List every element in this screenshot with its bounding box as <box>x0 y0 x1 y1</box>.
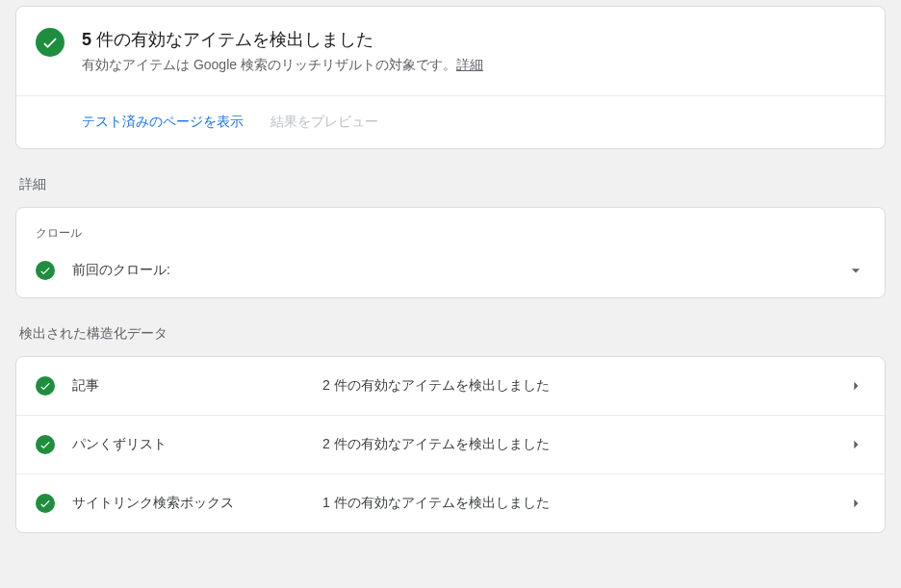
item-name: パンくずリスト <box>72 436 322 453</box>
summary-subtitle: 有効なアイテムは Google 検索のリッチリザルトの対象です。詳細 <box>82 57 865 74</box>
summary-card: 5 件の有効なアイテムを検出しました 有効なアイテムは Google 検索のリッ… <box>15 6 886 149</box>
check-icon <box>36 494 55 513</box>
preview-results-disabled: 結果をプレビュー <box>270 114 378 131</box>
chevron-down-icon <box>846 261 865 280</box>
crawl-section-label: クロール <box>36 225 865 242</box>
item-status: 1 件の有効なアイテムを検出しました <box>322 495 846 512</box>
structured-data-row[interactable]: 記事 2 件の有効なアイテムを検出しました <box>16 357 885 416</box>
chevron-right-icon <box>846 435 865 454</box>
learn-more-link[interactable]: 詳細 <box>456 57 483 72</box>
details-section-label: 詳細 <box>19 176 886 193</box>
item-status: 2 件の有効なアイテムを検出しました <box>322 377 846 395</box>
crawl-card: クロール 前回のクロール: <box>15 207 886 298</box>
summary-title: 5 件の有効なアイテムを検出しました <box>82 28 865 51</box>
last-crawl-label: 前回のクロール: <box>72 262 846 279</box>
summary-header: 5 件の有効なアイテムを検出しました 有効なアイテムは Google 検索のリッ… <box>16 7 885 95</box>
check-icon <box>36 376 55 396</box>
structured-data-row[interactable]: サイトリンク検索ボックス 1 件の有効なアイテムを検出しました <box>16 474 885 532</box>
structured-data-row[interactable]: パンくずリスト 2 件の有効なアイテムを検出しました <box>16 416 885 474</box>
summary-actions: テスト済みのページを表示 結果をプレビュー <box>16 95 885 148</box>
item-status: 2 件の有効なアイテムを検出しました <box>322 436 846 453</box>
chevron-right-icon <box>846 376 865 396</box>
chevron-right-icon <box>846 494 865 513</box>
item-name: 記事 <box>72 377 322 395</box>
check-icon <box>36 28 64 57</box>
check-icon <box>36 261 55 280</box>
last-crawl-row[interactable]: 前回のクロール: <box>36 255 865 297</box>
view-tested-page-link[interactable]: テスト済みのページを表示 <box>82 114 244 131</box>
check-icon <box>36 435 55 454</box>
structured-data-section-label: 検出された構造化データ <box>19 325 886 343</box>
item-name: サイトリンク検索ボックス <box>72 495 322 512</box>
structured-data-list: 記事 2 件の有効なアイテムを検出しました パンくずリスト 2 件の有効なアイテ… <box>15 356 886 533</box>
